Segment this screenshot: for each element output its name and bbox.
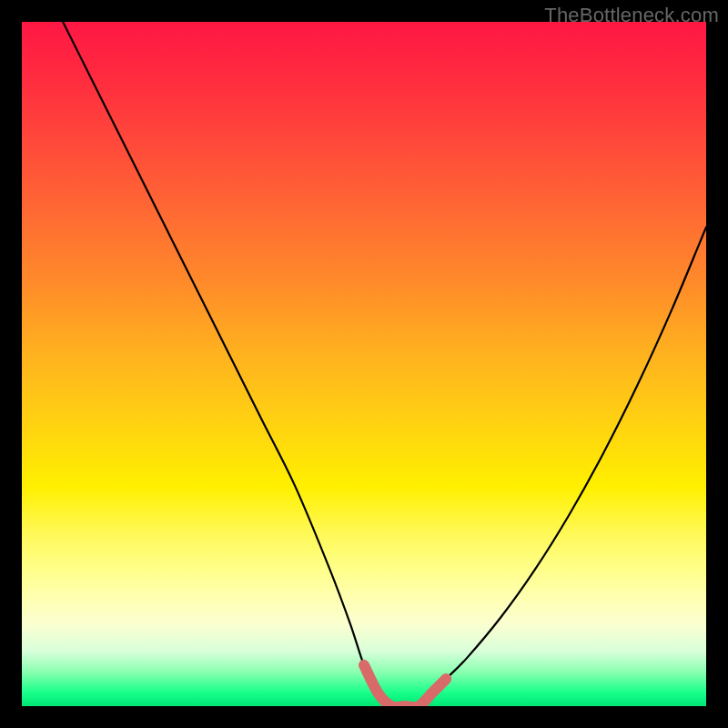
watermark-text: TheBottleneck.com bbox=[544, 4, 719, 27]
chart-container: TheBottleneck.com bbox=[0, 0, 728, 728]
flat-highlight bbox=[364, 665, 446, 706]
curve-svg bbox=[22, 22, 706, 706]
plot-area bbox=[22, 22, 706, 706]
main-curve bbox=[63, 22, 706, 706]
